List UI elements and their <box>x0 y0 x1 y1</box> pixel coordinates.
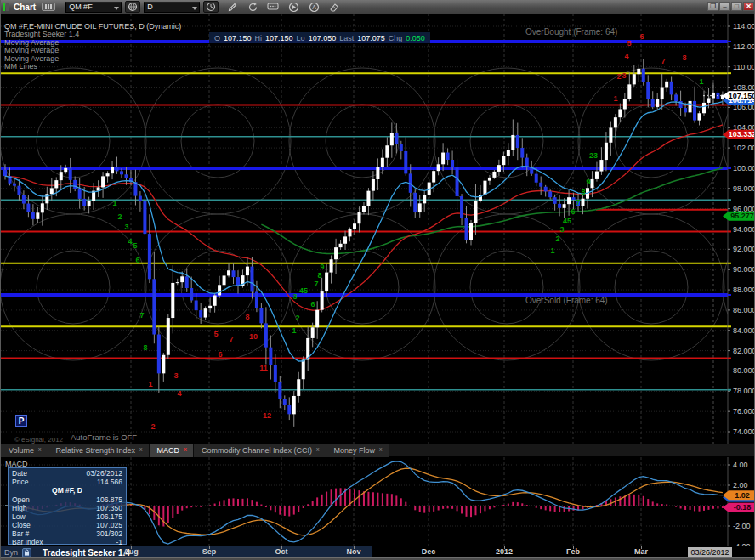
candle-body <box>446 153 450 160</box>
macd-histogram-bar <box>321 495 323 506</box>
macd-histogram-bar <box>526 505 528 506</box>
macd-histogram-bar <box>536 506 537 508</box>
macd-histogram-bar <box>442 506 444 509</box>
candle-body <box>548 191 552 197</box>
candle-body <box>17 186 20 195</box>
restore-button[interactable]: ❐ <box>707 2 718 11</box>
macd-histogram-bar <box>205 506 207 506</box>
tab-close-icon[interactable]: x <box>379 446 383 452</box>
candle-body <box>535 174 538 183</box>
annotation-button[interactable] <box>266 1 280 13</box>
time-axis-label: Oct <box>275 547 287 556</box>
setup-count-red: 4 <box>177 389 181 398</box>
macd-histogram-bar <box>219 501 220 506</box>
candle-body <box>208 306 212 308</box>
macd-histogram-bar <box>382 493 383 506</box>
macd-histogram-bar <box>493 506 495 507</box>
macd-chart-canvas[interactable]: 4.002.000.00-2.00-4.001.02-0.18 <box>1 457 755 546</box>
candle-body <box>278 382 281 399</box>
setup-count-green: 7 <box>314 280 318 288</box>
tab-label: Money Flow <box>334 446 376 455</box>
auto-button[interactable]: A <box>307 1 321 13</box>
candle-body <box>157 335 161 374</box>
tab-volume[interactable]: Volumex <box>1 444 48 457</box>
tab-money-flow[interactable]: Money Flowx <box>326 444 389 457</box>
macd-histogram-bar <box>251 500 253 506</box>
macd-histogram-bar <box>241 499 243 506</box>
setup-count-red: 1 <box>613 94 617 103</box>
candle-body <box>116 167 119 172</box>
price-axis-label: 100.000 <box>733 164 755 173</box>
tab-relative-strength-index[interactable]: Relative Strength Indexx <box>48 444 150 457</box>
macd-histogram-bar <box>610 499 611 506</box>
macd-histogram-bar <box>288 506 290 517</box>
candle-body <box>623 99 627 109</box>
setup-count-green: 9 <box>320 263 324 271</box>
draw-tool-button[interactable] <box>225 1 239 13</box>
setup-count-green: 2 <box>555 235 559 243</box>
symbol-combo[interactable]: QM #F <box>65 2 122 13</box>
reload-button[interactable] <box>246 1 259 13</box>
setup-count-red: 2 <box>150 422 155 431</box>
macd-histogram-bar <box>540 506 542 509</box>
interval-combo[interactable]: D <box>144 2 200 13</box>
macd-histogram-bar <box>172 506 173 518</box>
macd-histogram-bar <box>228 499 230 506</box>
candle-body <box>595 172 599 179</box>
tab-macd[interactable]: MACDx <box>150 444 194 457</box>
tab-close-icon[interactable]: x <box>316 446 320 452</box>
candle-body <box>353 223 356 229</box>
tab-close-icon[interactable]: x <box>184 446 187 452</box>
chevron-down-icon <box>114 7 119 10</box>
candle-body <box>651 99 655 107</box>
macd-histogram-bar <box>102 504 104 506</box>
macd-histogram-bar <box>461 506 463 513</box>
macd-histogram-bar <box>149 506 150 514</box>
setup-count-green: 1 <box>292 326 296 335</box>
candle-body <box>321 291 324 310</box>
play-button[interactable] <box>287 1 300 13</box>
candle-body <box>451 160 454 167</box>
macd-histogram-bar <box>680 506 682 508</box>
price-axis-label: 74.000 <box>733 427 755 436</box>
price-chart-canvas[interactable]: 1234567812345678912345678923112345678101… <box>1 14 755 444</box>
macd-histogram-bar <box>79 505 81 506</box>
macd-histogram-bar <box>372 492 374 506</box>
tab-close-icon[interactable]: x <box>38 446 42 452</box>
candle-body <box>223 275 226 285</box>
maximize-button[interactable]: □ <box>731 2 742 11</box>
axis-tag-text: -0.18 <box>734 503 752 512</box>
setup-count-red: 6 <box>639 32 644 41</box>
tab-commodity-channel-index-cci-[interactable]: Commodity Channel Index (CCI)x <box>194 444 326 457</box>
cursor-date-box: 03/26/2012 <box>688 547 732 557</box>
macd-histogram-bar <box>554 506 556 512</box>
macd-axis-label: 4.00 <box>733 461 748 469</box>
candle-body <box>395 133 398 144</box>
symbol-lookup-button[interactable] <box>125 1 140 13</box>
candle-body <box>330 259 333 272</box>
candle-body <box>558 204 561 208</box>
time-axis-label: Feb <box>566 547 580 556</box>
candle-body <box>520 148 524 158</box>
tab-close-icon[interactable]: x <box>139 446 143 452</box>
minimize-button[interactable]: – <box>719 2 730 11</box>
candle-body <box>120 171 123 174</box>
setup-count-green: 8 <box>581 188 585 196</box>
candle-body <box>670 82 673 95</box>
axis-tag-text: 1.02 <box>735 491 750 500</box>
candle-body <box>400 144 403 151</box>
macd-histogram-bar <box>247 498 248 506</box>
candle-body <box>50 188 54 194</box>
close-button[interactable]: ✕ <box>743 2 754 11</box>
tab-label: Volume <box>9 446 34 455</box>
time-template-button[interactable] <box>203 1 219 13</box>
window-title: Chart <box>14 3 36 12</box>
candle-body <box>139 196 142 201</box>
page-button[interactable]: P <box>15 415 27 427</box>
candle-body <box>516 135 519 148</box>
candle-body <box>325 273 328 291</box>
setup-count-green: 2 <box>117 212 122 221</box>
macd-histogram-bar <box>177 506 179 514</box>
eraser-button[interactable] <box>327 1 341 13</box>
candle-body <box>661 87 664 99</box>
